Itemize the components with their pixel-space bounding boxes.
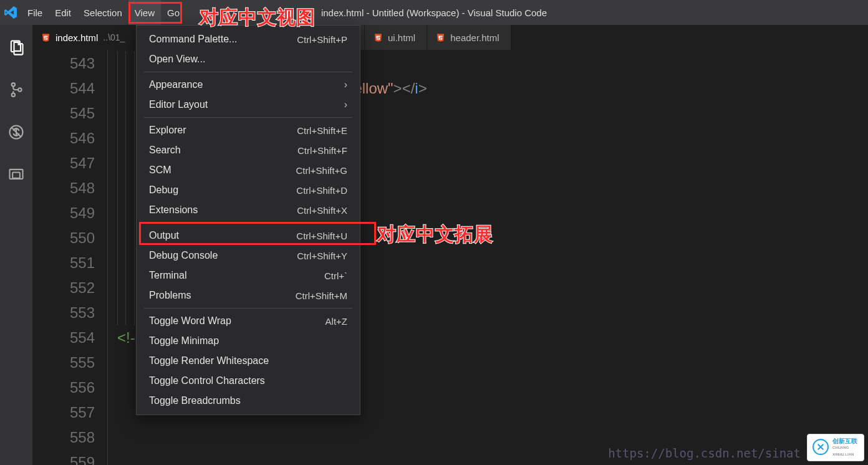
line-number: 556 [32,375,95,400]
tab-index-html[interactable]: index.html..\01_ [32,25,137,50]
menu-separator [144,223,352,223]
line-number: 547 [32,151,95,176]
brand-badge: 创新互联CHUANG XINHU LIAN [807,434,864,461]
line-number: 554 [32,325,95,350]
menu-separator [144,117,352,118]
line-number: 555 [32,350,95,375]
svg-point-0 [12,83,15,86]
annotation-label-view: 对应中文视图 [200,5,316,31]
view-menu-dropdown: Command Palette...Ctrl+Shift+POpen View.… [136,25,360,415]
tab-ui-html[interactable]: ui.html [365,25,427,50]
line-number: 559 [32,450,95,465]
menu-item-toggle-control-characters[interactable]: Toggle Control Characters [137,371,360,391]
svg-point-2 [18,88,21,91]
annotation-label-extensions: 对应中文拓展 [377,222,493,247]
menu-item-editor-layout[interactable]: Editor Layout› [137,95,360,115]
debug-disabled-icon[interactable] [7,123,25,143]
line-number: 552 [32,276,95,300]
tab-header-html[interactable]: header.html [427,25,511,50]
line-number-gutter: 5435445455465475485495505515525535545555… [32,50,107,465]
chevron-right-icon: › [344,79,347,90]
menu-item-explorer[interactable]: ExplorerCtrl+Shift+E [137,120,360,140]
menu-item-toggle-breadcrumbs[interactable]: Toggle Breadcrumbs [137,391,360,411]
menu-selection[interactable]: Selection [77,0,128,25]
line-number: 545 [32,101,95,126]
watermark-url: https://blog.csdn.net/sinat [608,446,801,460]
menu-item-toggle-minimap[interactable]: Toggle Minimap [137,331,360,351]
menu-item-toggle-word-wrap[interactable]: Toggle Word WrapAlt+Z [137,311,360,331]
chevron-right-icon: › [344,99,347,110]
line-number: 551 [32,251,95,276]
source-control-icon[interactable] [7,81,25,101]
line-number: 549 [32,201,95,226]
menu-item-search[interactable]: SearchCtrl+Shift+F [137,140,360,160]
menu-item-scm[interactable]: SCMCtrl+Shift+G [137,160,360,180]
line-number: 546 [32,126,95,151]
activity-bar [0,25,32,465]
menu-item-terminal[interactable]: TerminalCtrl+` [137,266,360,285]
menu-item-debug-console[interactable]: Debug ConsoleCtrl+Shift+Y [137,246,360,266]
line-number: 543 [32,51,95,76]
line-number: 548 [32,176,95,201]
menu-item-toggle-render-whitespace[interactable]: Toggle Render Whitespace [137,351,360,371]
menu-separator [144,72,352,72]
line-number: 553 [32,300,95,325]
menu-edit[interactable]: Edit [49,0,77,25]
line-number: 544 [32,76,95,101]
vscode-icon [0,0,21,25]
menu-item-output[interactable]: OutputCtrl+Shift+U [137,226,360,246]
screencast-icon[interactable] [7,166,25,186]
menu-go[interactable]: Go [161,0,186,25]
line-number: 558 [32,425,95,450]
menu-file[interactable]: File [21,0,49,25]
title-bar: index.html - Untitled (Workspace) - Visu… [0,0,868,25]
menu-item-open-view-[interactable]: Open View... [137,49,360,69]
menu-item-problems[interactable]: ProblemsCtrl+Shift+M [137,285,360,305]
svg-point-1 [12,93,15,96]
menu-item-debug[interactable]: DebugCtrl+Shift+D [137,180,360,200]
menu-item-command-palette-[interactable]: Command Palette...Ctrl+Shift+P [137,29,360,49]
line-number: 557 [32,400,95,425]
menu-separator [144,308,352,309]
menu-bar: FileEditSelectionViewGo [0,0,186,25]
svg-rect-5 [12,173,20,178]
line-number: 550 [32,226,95,251]
menu-view[interactable]: View [128,0,161,25]
svg-rect-4 [10,170,23,179]
explorer-icon[interactable] [7,39,25,59]
menu-item-appearance[interactable]: Appearance› [137,75,360,95]
menu-item-extensions[interactable]: ExtensionsCtrl+Shift+X [137,200,360,220]
